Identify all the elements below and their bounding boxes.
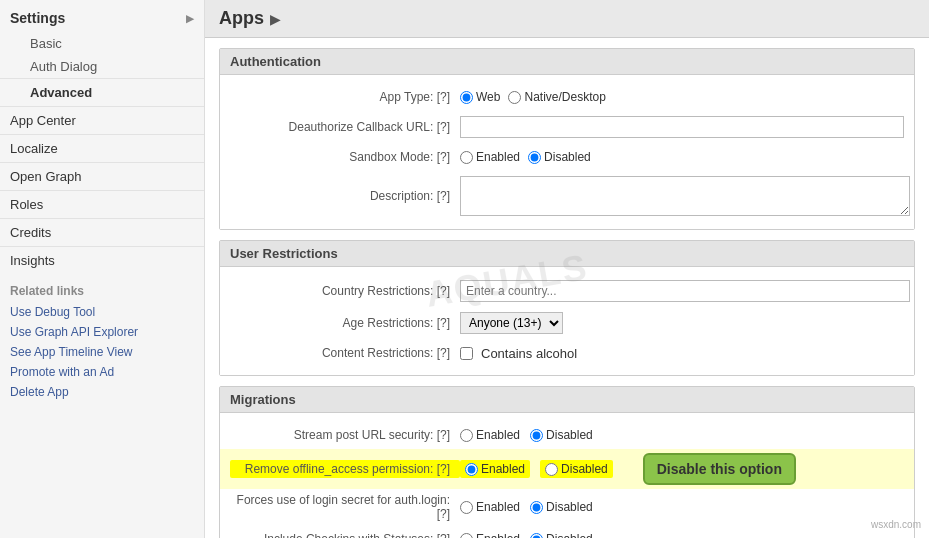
sidebar-item-insights[interactable]: Insights	[0, 246, 204, 274]
checkins-label: Include Checkins with Statuses: [?]	[230, 532, 460, 538]
stream-post-label: Stream post URL security: [?]	[230, 428, 460, 442]
country-row: Country Restrictions: [?]	[220, 275, 914, 307]
app-type-row: App Type: [?] Web Native/Desktop	[220, 83, 914, 111]
forces-enabled-radio[interactable]	[460, 501, 473, 514]
sandbox-enabled-label[interactable]: Enabled	[460, 150, 520, 164]
sidebar-item-localize[interactable]: Localize	[0, 134, 204, 162]
native-radio[interactable]	[508, 91, 521, 104]
remove-offline-control: Enabled Disabled Disable this option	[460, 453, 904, 485]
country-label: Country Restrictions: [?]	[230, 284, 460, 298]
sandbox-control: Enabled Disabled	[460, 150, 904, 164]
stream-post-row: Stream post URL security: [?] Enabled Di…	[220, 421, 914, 449]
sidebar-link-delete-app[interactable]: Delete App	[0, 382, 204, 402]
stream-enabled-radio[interactable]	[460, 429, 473, 442]
description-control	[460, 176, 910, 216]
checkins-disabled-label[interactable]: Disabled	[530, 532, 593, 538]
page-header: Apps ▶	[205, 0, 929, 38]
deauth-input[interactable]	[460, 116, 904, 138]
age-select[interactable]: Anyone (13+) 13+ 17+ 18+ 19+ 21+	[460, 312, 563, 334]
web-radio-label[interactable]: Web	[460, 90, 500, 104]
sandbox-disabled-radio[interactable]	[528, 151, 541, 164]
sidebar-link-timeline[interactable]: See App Timeline View	[0, 342, 204, 362]
related-links-title: Related links	[0, 274, 204, 302]
checkins-disabled-radio[interactable]	[530, 533, 543, 539]
sidebar-item-basic[interactable]: Basic	[0, 32, 204, 55]
migrations-section: Migrations Stream post URL security: [?]…	[219, 386, 915, 538]
checkins-enabled-radio[interactable]	[460, 533, 473, 539]
contains-alcohol-label: Contains alcohol	[481, 346, 577, 361]
stream-enabled-label[interactable]: Enabled	[460, 428, 520, 442]
forces-enabled-label[interactable]: Enabled	[460, 500, 520, 514]
age-row: Age Restrictions: [?] Anyone (13+) 13+ 1…	[220, 307, 914, 339]
user-restrictions-header: User Restrictions	[220, 241, 914, 267]
migrations-header: Migrations	[220, 387, 914, 413]
checkins-control: Enabled Disabled	[460, 532, 904, 538]
remove-offline-label: Remove offline_access permission: [?]	[230, 460, 460, 478]
app-type-control: Web Native/Desktop	[460, 90, 904, 104]
sandbox-label: Sandbox Mode: [?]	[230, 150, 460, 164]
forces-login-label: Forces use of login secret for auth.logi…	[230, 493, 460, 521]
authentication-body: App Type: [?] Web Native/Desktop Deautho…	[220, 75, 914, 229]
sidebar-link-debug[interactable]: Use Debug Tool	[0, 302, 204, 322]
sandbox-enabled-radio[interactable]	[460, 151, 473, 164]
content-control: Contains alcohol	[460, 346, 904, 361]
settings-label: Settings	[10, 10, 65, 26]
sidebar: Settings ▶ Basic Auth Dialog Advanced Ap…	[0, 0, 205, 538]
watermark: wsxdn.com	[871, 519, 921, 530]
sidebar-link-promote-ad[interactable]: Promote with an Ad	[0, 362, 204, 382]
user-restrictions-section: User Restrictions Country Restrictions: …	[219, 240, 915, 376]
content-label: Content Restrictions: [?]	[230, 346, 460, 360]
app-type-label: App Type: [?]	[230, 90, 460, 104]
sidebar-item-credits[interactable]: Credits	[0, 218, 204, 246]
country-input[interactable]	[460, 280, 910, 302]
sandbox-row: Sandbox Mode: [?] Enabled Disabled	[220, 143, 914, 171]
deauth-control	[460, 116, 904, 138]
sandbox-disabled-label[interactable]: Disabled	[528, 150, 591, 164]
checkins-row: Include Checkins with Statuses: [?] Enab…	[220, 525, 914, 538]
sidebar-item-auth-dialog[interactable]: Auth Dialog	[0, 55, 204, 78]
web-radio[interactable]	[460, 91, 473, 104]
offline-enabled-radio[interactable]	[465, 463, 478, 476]
age-control: Anyone (13+) 13+ 17+ 18+ 19+ 21+	[460, 312, 904, 334]
description-row: Description: [?]	[220, 171, 914, 221]
remove-offline-row: Remove offline_access permission: [?] En…	[220, 449, 914, 489]
stream-disabled-radio[interactable]	[530, 429, 543, 442]
sidebar-item-open-graph[interactable]: Open Graph	[0, 162, 204, 190]
age-label: Age Restrictions: [?]	[230, 316, 460, 330]
page-title: Apps	[219, 8, 264, 29]
forces-disabled-label[interactable]: Disabled	[530, 500, 593, 514]
sidebar-item-app-center[interactable]: App Center	[0, 106, 204, 134]
description-textarea[interactable]	[460, 176, 910, 216]
authentication-section: Authentication App Type: [?] Web Native/…	[219, 48, 915, 230]
checkins-enabled-label[interactable]: Enabled	[460, 532, 520, 538]
contains-alcohol-checkbox[interactable]	[460, 347, 473, 360]
offline-disabled-label[interactable]: Disabled	[540, 460, 613, 478]
forces-login-row: Forces use of login secret for auth.logi…	[220, 489, 914, 525]
native-radio-label[interactable]: Native/Desktop	[508, 90, 605, 104]
sidebar-item-advanced[interactable]: Advanced	[0, 78, 204, 106]
forces-login-control: Enabled Disabled	[460, 500, 904, 514]
user-restrictions-body: Country Restrictions: [?] Age Restrictio…	[220, 267, 914, 375]
offline-disabled-radio[interactable]	[545, 463, 558, 476]
content-row: Content Restrictions: [?] Contains alcoh…	[220, 339, 914, 367]
sidebar-item-roles[interactable]: Roles	[0, 190, 204, 218]
migrations-body: Stream post URL security: [?] Enabled Di…	[220, 413, 914, 538]
sidebar-link-graph-api[interactable]: Use Graph API Explorer	[0, 322, 204, 342]
authentication-header: Authentication	[220, 49, 914, 75]
stream-disabled-label[interactable]: Disabled	[530, 428, 593, 442]
settings-chevron: ▶	[186, 13, 194, 24]
offline-enabled-label[interactable]: Enabled	[460, 460, 530, 478]
settings-section[interactable]: Settings ▶	[0, 0, 204, 32]
stream-post-control: Enabled Disabled	[460, 428, 904, 442]
page-title-arrow: ▶	[270, 11, 281, 27]
forces-disabled-radio[interactable]	[530, 501, 543, 514]
country-control	[460, 280, 910, 302]
disable-tooltip: Disable this option	[643, 453, 796, 485]
description-label: Description: [?]	[230, 189, 460, 203]
main-content: AQUALS Apps ▶ Authentication App Type: […	[205, 0, 929, 538]
deauth-label: Deauthorize Callback URL: [?]	[230, 120, 460, 134]
deauth-row: Deauthorize Callback URL: [?]	[220, 111, 914, 143]
